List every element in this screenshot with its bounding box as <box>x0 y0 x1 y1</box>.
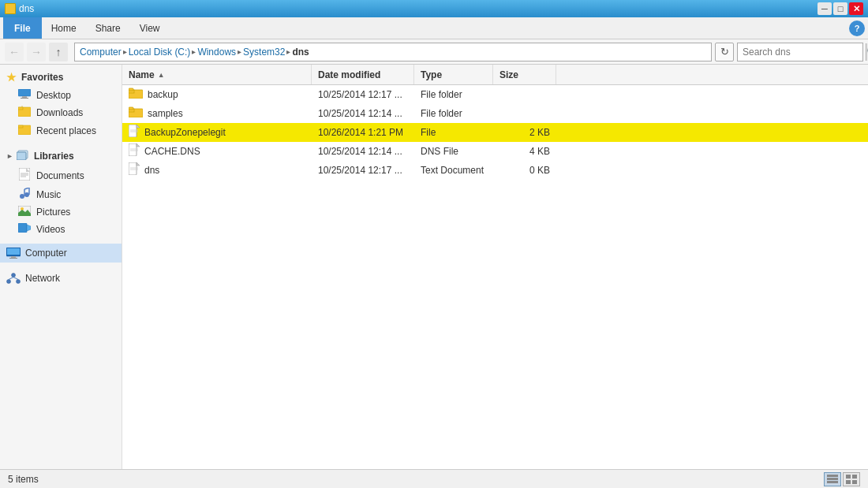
back-button[interactable]: ← <box>5 43 24 61</box>
sidebar-item-music[interactable]: Music <box>0 185 122 203</box>
breadcrumb-sep-4: ▸ <box>286 47 290 56</box>
col-header-name[interactable]: Name ▲ <box>122 65 312 84</box>
file-name: BackupZonepelegit <box>144 127 226 138</box>
svg-marker-21 <box>27 225 31 231</box>
file-icon <box>129 143 140 158</box>
svg-rect-1 <box>22 96 27 98</box>
svg-rect-0 <box>18 89 31 96</box>
svg-rect-57 <box>846 480 851 484</box>
sidebar-item-network[interactable]: Network <box>0 269 122 288</box>
sidebar-item-recent[interactable]: Recent places <box>0 121 122 140</box>
svg-point-27 <box>7 280 11 284</box>
sidebar-item-videos[interactable]: Videos <box>0 221 122 237</box>
libraries-icon <box>17 149 29 162</box>
breadcrumb-sep-2: ▸ <box>192 47 196 56</box>
svg-line-30 <box>13 278 18 280</box>
sidebar-libraries-header[interactable]: ► Libraries <box>0 146 122 166</box>
breadcrumb-bar: Computer ▸ Local Disk (C:) ▸ Windows ▸ S… <box>74 43 712 61</box>
close-button[interactable]: ✕ <box>849 2 863 15</box>
search-input[interactable] <box>738 47 866 58</box>
col-header-date[interactable]: Date modified <box>312 65 414 84</box>
sidebar-libraries-label: Libraries <box>34 151 74 162</box>
sidebar-desktop-label: Desktop <box>36 90 71 101</box>
col-header-size[interactable]: Size <box>493 65 556 84</box>
breadcrumb-item-system32[interactable]: System32 <box>243 47 285 58</box>
network-icon <box>6 273 21 284</box>
menu-share[interactable]: Share <box>86 20 130 37</box>
sidebar-pictures-label: Pictures <box>36 207 70 218</box>
sidebar-network-label: Network <box>25 273 60 284</box>
svg-rect-55 <box>846 475 851 479</box>
downloads-icon <box>17 106 32 119</box>
file-name: CACHE.DNS <box>144 146 200 157</box>
svg-rect-52 <box>827 475 838 477</box>
window-icon <box>5 3 16 14</box>
svg-rect-58 <box>852 480 857 484</box>
file-list: backup10/25/2014 12:17 ...File foldersam… <box>122 85 868 469</box>
svg-rect-23 <box>7 248 20 255</box>
file-name: backup <box>148 89 178 100</box>
breadcrumb-sep-1: ▸ <box>123 47 127 56</box>
maximize-button[interactable]: □ <box>833 2 847 15</box>
sort-arrow: ▲ <box>158 71 165 79</box>
svg-point-26 <box>12 274 16 278</box>
table-row[interactable]: samples10/25/2014 12:14 ...File folder <box>122 104 868 123</box>
folder-icon <box>129 88 143 101</box>
menu-bar: File Home Share View ? <box>0 17 868 39</box>
toolbar: ← → ↑ Computer ▸ Local Disk (C:) ▸ Windo… <box>0 39 868 65</box>
view-details-button[interactable] <box>824 472 841 486</box>
svg-point-14 <box>24 192 29 197</box>
menu-home[interactable]: Home <box>42 20 86 37</box>
menu-view[interactable]: View <box>130 20 170 37</box>
table-row[interactable]: backup10/25/2014 12:17 ...File folder <box>122 85 868 104</box>
forward-button[interactable]: → <box>27 43 46 61</box>
svg-marker-38 <box>137 125 140 128</box>
svg-line-29 <box>9 278 13 280</box>
file-icon <box>129 125 140 140</box>
minimize-button[interactable]: ─ <box>817 2 832 15</box>
pictures-icon <box>17 206 32 218</box>
svg-rect-47 <box>129 162 137 175</box>
help-button[interactable]: ? <box>849 20 865 36</box>
breadcrumb-item-computer[interactable]: Computer <box>80 47 122 58</box>
breadcrumb-item-localdisk[interactable]: Local Disk (C:) <box>129 47 191 58</box>
svg-point-28 <box>17 280 21 284</box>
title-bar: dns ─ □ ✕ <box>0 0 868 17</box>
svg-rect-24 <box>11 256 16 258</box>
svg-rect-56 <box>852 475 857 479</box>
view-buttons <box>824 472 860 486</box>
spacer-3 <box>0 263 122 269</box>
music-icon <box>17 188 32 201</box>
svg-rect-2 <box>21 98 28 99</box>
svg-rect-42 <box>129 143 137 156</box>
menu-file[interactable]: File <box>3 17 42 39</box>
breadcrumb-item-dns: dns <box>292 47 309 58</box>
search-bar: 🔍 <box>737 43 863 61</box>
sidebar-item-downloads[interactable]: Downloads <box>0 103 122 121</box>
spacer-1 <box>0 140 122 146</box>
table-row[interactable]: dns10/25/2014 12:17 ...Text Document0 KB <box>122 161 868 180</box>
sidebar-item-documents[interactable]: Documents <box>0 166 122 185</box>
svg-rect-37 <box>129 125 137 137</box>
sidebar-favorites-header[interactable]: ★ Favorites <box>0 68 122 87</box>
svg-line-16 <box>24 188 29 189</box>
col-header-type[interactable]: Type <box>414 65 493 84</box>
up-button[interactable]: ↑ <box>49 43 68 61</box>
breadcrumb-sep-3: ▸ <box>238 47 241 56</box>
sidebar-item-desktop[interactable]: Desktop <box>0 87 122 103</box>
table-row[interactable]: BackupZonepelegit10/26/2014 1:21 PMFile2… <box>122 123 868 142</box>
title-bar-left: dns <box>5 3 34 14</box>
libraries-expand-icon: ► <box>6 152 13 160</box>
spacer-2 <box>0 237 122 244</box>
sidebar-item-computer[interactable]: Computer <box>0 244 122 263</box>
desktop-icon <box>17 89 32 101</box>
breadcrumb-item-windows[interactable]: Windows <box>197 47 236 58</box>
svg-rect-20 <box>18 223 27 233</box>
sidebar-downloads-label: Downloads <box>36 107 83 118</box>
recent-places-icon <box>17 124 32 137</box>
sidebar-item-pictures[interactable]: Pictures <box>0 203 122 221</box>
svg-marker-48 <box>137 162 140 166</box>
refresh-button[interactable]: ↻ <box>715 43 734 61</box>
table-row[interactable]: CACHE.DNS10/25/2014 12:14 ...DNS File4 K… <box>122 142 868 161</box>
view-list-button[interactable] <box>843 472 860 486</box>
